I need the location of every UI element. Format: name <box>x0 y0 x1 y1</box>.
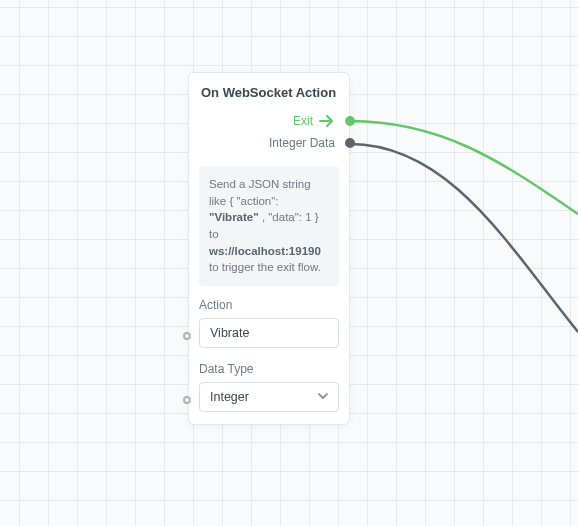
hint-action: "Vibrate" <box>209 211 259 223</box>
data-port-label: Integer Data <box>269 136 335 150</box>
hint-line-1: Send a JSON string like { "action": <box>209 178 311 207</box>
output-ports: Exit Integer Data <box>189 110 349 162</box>
hint-url: ws://localhost:19190 <box>209 245 321 257</box>
datatype-label: Data Type <box>199 362 339 376</box>
node-title: On WebSocket Action <box>189 73 349 110</box>
action-label: Action <box>199 298 339 312</box>
datatype-field-block: Data Type <box>189 360 349 424</box>
action-input[interactable] <box>199 318 339 348</box>
data-wire <box>350 144 578 332</box>
hint-line-3: to trigger the exit flow. <box>209 261 321 273</box>
datatype-input-port[interactable] <box>183 396 191 404</box>
node-card[interactable]: On WebSocket Action Exit Integer Data Se… <box>188 72 350 425</box>
exit-wire <box>350 121 578 214</box>
action-field-block: Action <box>189 296 349 360</box>
exit-port-row[interactable]: Exit <box>189 110 349 132</box>
datatype-select[interactable] <box>199 382 339 412</box>
exit-output-port[interactable] <box>345 116 355 126</box>
arrow-right-icon <box>319 114 335 128</box>
exit-port-label: Exit <box>293 114 313 128</box>
action-input-port[interactable] <box>183 332 191 340</box>
hint-box: Send a JSON string like { "action": "Vib… <box>199 166 339 286</box>
data-port-row[interactable]: Integer Data <box>189 132 349 154</box>
data-output-port[interactable] <box>345 138 355 148</box>
